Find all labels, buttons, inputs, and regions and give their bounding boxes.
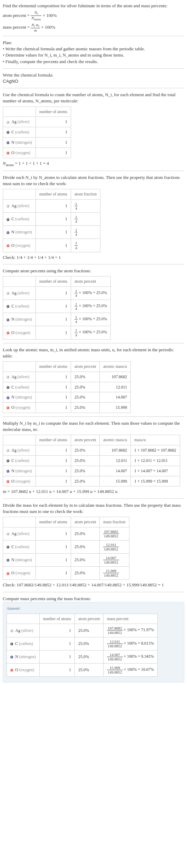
atom-pct-intro: Compute atom percents using the atom fra… bbox=[3, 268, 184, 274]
element-bullet-icon bbox=[7, 218, 9, 221]
element-bullet-icon bbox=[7, 480, 9, 483]
table-row: N (nitrogen)125.0%14.007149.8852 bbox=[3, 554, 129, 567]
molmass-result: m = 107.8682 u + 12.011 u + 14.007 u + 1… bbox=[3, 488, 184, 495]
count-value: 1 bbox=[36, 137, 71, 148]
table-row: Ag (silver)1 bbox=[3, 117, 71, 127]
table-row: C (carbon)114 bbox=[3, 213, 100, 226]
element-bullet-icon bbox=[7, 376, 9, 379]
massfrac-check: Check: 107.8682/149.8852 + 12.011/149.88… bbox=[3, 582, 184, 588]
table-row: C (carbon)125.0%12.011149.8852 × 100% = … bbox=[7, 637, 158, 650]
atom-fraction-value: 14 bbox=[71, 199, 100, 212]
atom-fraction-value: 14 bbox=[71, 226, 100, 239]
table-row: O (oxygen)125.0%15.999 bbox=[3, 403, 131, 413]
table-row: C (carbon)125.0%12.0111 × 12.011 = 12.01… bbox=[3, 455, 180, 466]
element-cell: O (oxygen) bbox=[3, 567, 36, 580]
col-number-of-atoms: number of atoms bbox=[36, 107, 71, 117]
element-cell: Ag (silver) bbox=[3, 117, 36, 127]
mass-percent-value: 107.8682149.8852 × 100% = 71.97% bbox=[104, 624, 158, 637]
massfrac-table: number of atomsatom percentmass fraction… bbox=[3, 517, 129, 580]
atom-frac-table: number of atomsatom fraction Ag (silver)… bbox=[3, 189, 100, 252]
massfrac-intro: Divide the mass for each element by m to… bbox=[3, 502, 184, 515]
element-cell: N (nitrogen) bbox=[7, 650, 40, 663]
element-cell: N (nitrogen) bbox=[3, 392, 36, 403]
element-cell: Ag (silver) bbox=[3, 286, 36, 300]
element-bullet-icon bbox=[7, 292, 9, 295]
divider bbox=[3, 171, 184, 171]
element-bullet-icon bbox=[7, 332, 9, 334]
atom-percent-value: 14 × 100% = 25.0% bbox=[71, 313, 110, 326]
element-cell: O (oxygen) bbox=[3, 476, 36, 486]
element-cell: N (nitrogen) bbox=[3, 313, 36, 326]
mass-calc-value: 1 × 107.8682 = 107.8682 bbox=[131, 445, 180, 456]
element-bullet-icon bbox=[7, 572, 9, 575]
atom-percent-value: 14 × 100% = 25.0% bbox=[71, 300, 110, 313]
plan-item: Determine values for N_i, m_i, N_atoms a… bbox=[3, 52, 184, 58]
element-bullet-icon bbox=[7, 152, 9, 154]
element-bullet-icon bbox=[7, 460, 9, 462]
table-row: O (oxygen)114 bbox=[3, 239, 100, 252]
mass-fraction-value: 14.007149.8852 bbox=[100, 554, 129, 567]
atom-percent-value: 14 × 100% = 25.0% bbox=[71, 326, 110, 339]
table-row: Ag (silver)125.0%107.8682149.8852 bbox=[3, 527, 129, 540]
count-value: 1 bbox=[36, 148, 71, 158]
divider bbox=[3, 343, 184, 343]
divider bbox=[3, 592, 184, 592]
count-section: Use the chemical formula to count the nu… bbox=[3, 92, 184, 167]
atom-pct-table: number of atomsatom percent Ag (silver)1… bbox=[3, 276, 111, 340]
atom-percent-value: 14 × 100% = 25.0% bbox=[71, 286, 110, 300]
plan-heading: Plan: bbox=[3, 40, 184, 46]
table-row: N (nitrogen)125.0%14.007 bbox=[3, 392, 131, 403]
amass-intro: Look up the atomic mass, m_i, in unified… bbox=[3, 347, 184, 359]
amass-section: Look up the atomic mass, m_i, in unified… bbox=[3, 347, 184, 413]
element-bullet-icon bbox=[7, 305, 9, 308]
table-row: C (carbon)114 × 100% = 25.0% bbox=[3, 300, 111, 313]
molmass-section: Multiply N_i by m_i to compute the mass … bbox=[3, 420, 184, 495]
table-row: Ag (silver)114 bbox=[3, 199, 100, 212]
answer-label: Answer: bbox=[7, 606, 180, 612]
table-row: N (nitrogen)114 × 100% = 25.0% bbox=[3, 313, 111, 326]
element-cell: O (oxygen) bbox=[7, 663, 40, 676]
plan-item: Finally, compute the percents and check … bbox=[3, 59, 184, 65]
intro-section: Find the elemental composition for silve… bbox=[3, 3, 184, 32]
masspct-section: Compute mass percents using the mass fra… bbox=[3, 596, 184, 683]
table-row: C (carbon)1 bbox=[3, 127, 71, 138]
mass-calc-value: 1 × 15.999 = 15.999 bbox=[131, 476, 180, 486]
amass-table: number of atomsatom percentatomic mass/u… bbox=[3, 361, 131, 413]
atomic-mass-value: 15.999 bbox=[100, 403, 131, 413]
table-row: N (nitrogen)125.0%14.007149.8852 × 100% … bbox=[7, 650, 158, 663]
massfrac-section: Divide the mass for each element by m to… bbox=[3, 502, 184, 588]
mass-fraction-value: 15.999149.8852 bbox=[100, 567, 129, 580]
element-cell: O (oxygen) bbox=[3, 326, 36, 339]
table-row: Ag (silver)125.0%107.8682 bbox=[3, 372, 131, 382]
divider bbox=[3, 88, 184, 88]
intro-line: Find the elemental composition for silve… bbox=[3, 3, 184, 9]
mass-calc-value: 1 × 12.011 = 12.011 bbox=[131, 455, 180, 466]
element-bullet-icon bbox=[7, 386, 9, 389]
atom-frac-check: Check: 1/4 + 1/4 + 1/4 + 1/4 = 1 bbox=[3, 254, 184, 261]
table-row: N (nitrogen)114 bbox=[3, 226, 100, 239]
mass-calc-value: 1 × 14.007 = 14.007 bbox=[131, 466, 180, 476]
table-row: C (carbon)125.0%12.011149.8852 bbox=[3, 540, 129, 553]
element-bullet-icon bbox=[7, 449, 9, 452]
element-bullet-icon bbox=[7, 533, 9, 535]
table-row: Ag (silver)114 × 100% = 25.0% bbox=[3, 286, 111, 300]
count-value: 1 bbox=[36, 127, 71, 138]
element-cell: C (carbon) bbox=[3, 382, 36, 392]
masspct-intro: Compute mass percents using the mass fra… bbox=[3, 596, 184, 602]
mass-fraction-value: 12.011149.8852 bbox=[100, 540, 129, 553]
element-cell: N (nitrogen) bbox=[3, 466, 36, 476]
element-bullet-icon bbox=[7, 231, 9, 234]
element-cell: O (oxygen) bbox=[3, 403, 36, 413]
element-bullet-icon bbox=[10, 669, 13, 672]
divider bbox=[3, 416, 184, 417]
element-bullet-icon bbox=[10, 656, 13, 658]
count-value: 1 bbox=[36, 117, 71, 127]
element-bullet-icon bbox=[7, 121, 9, 124]
element-cell: C (carbon) bbox=[3, 455, 36, 466]
mass-percent-value: 15.999149.8852 × 100% = 10.67% bbox=[104, 663, 158, 676]
molmass-table: number of atomsatom percentatomic mass/u… bbox=[3, 435, 180, 486]
element-cell: C (carbon) bbox=[3, 127, 36, 138]
atom-fraction-value: 14 bbox=[71, 213, 100, 226]
element-cell: C (carbon) bbox=[3, 213, 36, 226]
element-cell: N (nitrogen) bbox=[3, 226, 36, 239]
